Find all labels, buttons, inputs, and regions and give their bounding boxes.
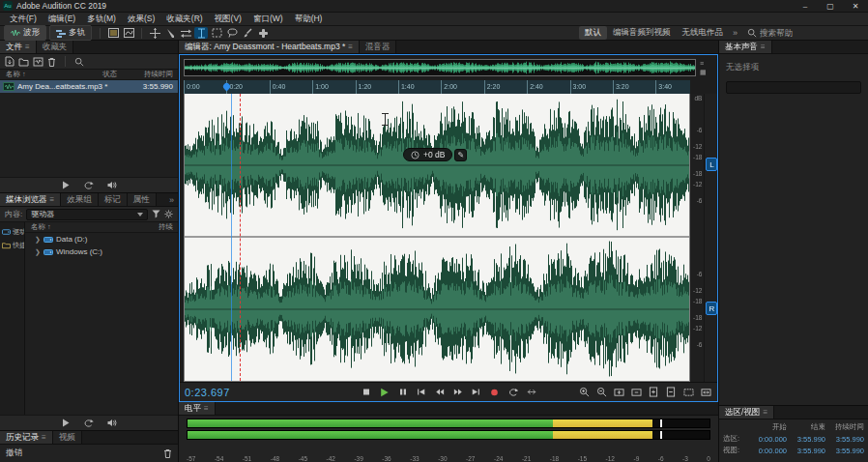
close-button[interactable]: ✕ [843, 0, 868, 13]
skip-to-start-button[interactable] [415, 386, 428, 398]
zoom-out-amplitude-button[interactable] [664, 386, 678, 398]
column-name[interactable]: 名称 ↑ [25, 222, 135, 232]
menu-effects[interactable]: 效果(S) [122, 14, 160, 25]
zoom-full-button[interactable] [699, 386, 712, 398]
gain-hud-value[interactable]: +0 dB [423, 150, 445, 159]
skip-to-end-button[interactable] [470, 386, 483, 398]
skip-selection-button[interactable] [525, 386, 538, 398]
paintbrush-tool-icon[interactable] [241, 27, 254, 39]
menu-favorites[interactable]: 收藏夹(R) [160, 14, 208, 25]
waveform-view-button[interactable]: 波形 [4, 25, 46, 41]
zoom-out-time-button[interactable] [629, 386, 643, 398]
right-channel-button[interactable]: R [706, 302, 717, 315]
settings-gear-icon[interactable] [164, 210, 173, 218]
spectral-frequency-icon[interactable] [106, 27, 120, 39]
spot-healing-tool-icon[interactable] [256, 27, 270, 39]
workspace-edit-audio-to-video[interactable]: 编辑音频到视频 [607, 26, 677, 40]
left-channel-button[interactable]: L [706, 158, 717, 171]
panel-menu-icon[interactable]: ≡ [50, 195, 55, 204]
trash-icon[interactable] [47, 57, 56, 67]
pause-button[interactable] [396, 386, 410, 398]
preset-select[interactable] [726, 81, 861, 94]
time-selection-tool-icon[interactable] [194, 27, 208, 39]
tab-media-browser[interactable]: 媒体浏览器 ≡ [0, 193, 61, 206]
menu-edit[interactable]: 编辑(E) [43, 14, 81, 25]
rail-item-shortcuts[interactable]: 快捷 [0, 239, 24, 252]
loop-icon[interactable] [83, 419, 94, 428]
column-duration[interactable]: 持续时间 [135, 70, 178, 79]
rail-item-drives[interactable]: 驱动 [0, 225, 24, 239]
panel-menu-icon[interactable]: ≡ [763, 408, 767, 417]
menu-view[interactable]: 视图(V) [209, 14, 247, 25]
file-row[interactable]: Amy Dea...eatbeats.mp3 * 3:55.990 [0, 80, 178, 93]
view-end-value[interactable]: 3:55.990 [787, 447, 825, 455]
filter-icon[interactable] [152, 210, 160, 218]
stop-button[interactable] [360, 386, 373, 398]
column-duration[interactable]: 持续 [135, 222, 178, 232]
tab-mixer[interactable]: 混音器 [360, 41, 397, 53]
tab-history[interactable]: 历史记录 ≡ [0, 431, 53, 444]
workspace-default[interactable]: 默认 [579, 26, 607, 40]
spectral-pitch-icon[interactable] [122, 27, 135, 39]
tab-overflow-icon[interactable]: » [165, 193, 178, 206]
waveform-display[interactable]: +0 dB ✎ [184, 94, 690, 382]
tab-selection-view[interactable]: 选区/视图 ≡ [719, 406, 774, 419]
play-button[interactable] [378, 386, 391, 398]
selection-end-value[interactable]: 3:55.990 [787, 435, 825, 444]
razor-tool-icon[interactable] [163, 27, 177, 39]
slip-tool-icon[interactable] [179, 27, 192, 39]
auto-play-speaker-icon[interactable] [107, 419, 117, 427]
column-status[interactable]: 状态 [102, 70, 135, 79]
tab-properties[interactable]: 属性 [128, 193, 157, 206]
trash-icon[interactable] [163, 448, 172, 458]
tree-item-drive[interactable]: ❯ Windows (C:) [25, 245, 178, 258]
menu-help[interactable]: 帮助(H) [289, 14, 329, 25]
rewind-button[interactable] [433, 386, 447, 398]
tab-favorites[interactable]: 收藏夹 [37, 41, 74, 53]
open-folder-icon[interactable] [18, 57, 29, 67]
tree-item-drive[interactable]: ❯ Data (D:) [25, 233, 178, 245]
panel-menu-icon[interactable]: ≡ [204, 404, 209, 413]
import-file-icon[interactable] [5, 56, 14, 67]
minimize-button[interactable]: – [793, 0, 818, 13]
maximize-button[interactable]: ▢ [818, 0, 843, 13]
waveform-right-channel[interactable] [185, 238, 689, 380]
workspace-overflow-icon[interactable]: » [733, 28, 738, 38]
grid-view-icon[interactable]: ▦ [700, 69, 707, 75]
lasso-tool-icon[interactable] [225, 27, 239, 39]
marquee-tool-icon[interactable] [210, 27, 223, 39]
fast-forward-button[interactable] [451, 386, 465, 398]
loop-playback-button[interactable] [506, 386, 520, 398]
zoom-out-button[interactable] [594, 386, 608, 398]
time-display[interactable]: 0:23.697 [185, 387, 230, 398]
auto-play-speaker-icon[interactable] [107, 181, 117, 189]
loop-icon[interactable] [83, 181, 94, 190]
tab-levels[interactable]: 电平 ≡ [179, 402, 216, 415]
record-button[interactable] [488, 386, 502, 398]
tab-video[interactable]: 视频 [53, 431, 82, 444]
tab-files[interactable]: 文件 ≡ [0, 41, 37, 53]
play-icon[interactable] [62, 419, 70, 427]
waveform-left-channel[interactable] [185, 94, 689, 236]
tab-essential-sound[interactable]: 基本声音 ≡ [719, 41, 772, 53]
overview-waveform[interactable] [184, 59, 696, 76]
view-start-value[interactable]: 0:00.000 [748, 447, 787, 455]
tab-markers[interactable]: 标记 [99, 193, 128, 206]
zoom-in-button[interactable] [577, 386, 591, 398]
panel-menu-icon[interactable]: ≡ [25, 43, 30, 51]
menu-window[interactable]: 窗口(W) [247, 14, 289, 25]
extract-audio-icon[interactable] [33, 57, 43, 67]
playhead-line[interactable] [231, 94, 232, 381]
multitrack-view-button[interactable]: 多轨 [49, 25, 92, 41]
view-duration-value[interactable]: 3:55.990 [825, 447, 864, 455]
move-tool-icon[interactable] [148, 27, 161, 39]
chevron-right-icon[interactable]: ❯ [35, 236, 41, 244]
tab-effects-rack[interactable]: 效果组 [61, 193, 99, 206]
gain-hud-pill[interactable]: +0 dB [403, 148, 452, 161]
zoom-in-time-button[interactable] [612, 386, 625, 398]
selection-start-value[interactable]: 0:00.000 [748, 435, 787, 444]
edit-pencil-icon[interactable]: ✎ [454, 149, 467, 161]
help-search-input[interactable] [760, 28, 860, 38]
panel-menu-icon[interactable]: ≡ [761, 43, 766, 51]
menu-file[interactable]: 文件(F) [4, 14, 43, 25]
